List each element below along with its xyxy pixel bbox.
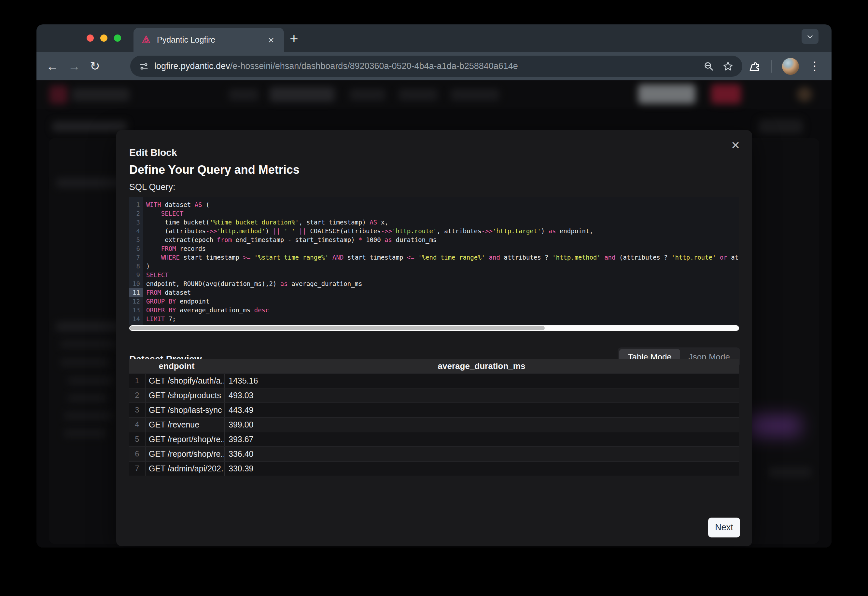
logfire-favicon-icon: [141, 35, 151, 45]
toolbar-divider: [771, 60, 772, 73]
column-header-endpoint: endpoint: [129, 361, 224, 371]
cell-endpoint: GET /shopify/auth/a...: [145, 374, 224, 388]
code-line: (attributes->>'http.method') || ' ' || C…: [146, 227, 739, 236]
cell-average-duration: 336.40: [224, 447, 739, 461]
code-line: ORDER BY average_duration_ms desc: [146, 306, 739, 314]
row-number: 4: [129, 420, 145, 429]
modal-subtitle: Define Your Query and Metrics: [129, 163, 300, 177]
sql-code-editor[interactable]: 1234567891011121314 WITH dataset AS ( SE…: [129, 197, 739, 325]
code-line: SELECT: [146, 209, 739, 218]
tab-title: Pydantic Logfire: [157, 35, 260, 44]
profile-chevron-button[interactable]: [801, 29, 819, 44]
row-number: 7: [129, 464, 145, 473]
table-row: 6GET /report/shop/re...336.40: [129, 446, 739, 461]
code-line: SELECT: [146, 271, 739, 279]
code-line: FROM records: [146, 244, 739, 253]
code-line: LIMIT 7;: [146, 314, 739, 323]
row-number: 6: [129, 450, 145, 458]
table-row: 1GET /shopify/auth/a...1435.16: [129, 373, 739, 388]
code-lines: WITH dataset AS ( SELECT time_bucket('%t…: [143, 197, 739, 325]
preview-table-body: 1GET /shopify/auth/a...1435.162GET /shop…: [129, 373, 739, 476]
line-number: 4: [129, 227, 143, 236]
cell-average-duration: 443.49: [224, 403, 739, 417]
code-line: endpoint, ROUND(avg(duration_ms),2) as a…: [146, 279, 739, 288]
cell-average-duration: 399.00: [224, 418, 739, 432]
code-line: GROUP BY endpoint: [146, 297, 739, 306]
cell-endpoint: GET /report/shop/re...: [145, 447, 224, 461]
chevron-down-icon: [806, 32, 814, 41]
edit-block-modal: × Edit Block Define Your Query and Metri…: [116, 130, 752, 546]
code-line: WITH dataset AS (: [146, 201, 739, 209]
zoom-out-icon[interactable]: [703, 61, 714, 72]
code-line: extract(epoch from end_timestamp - start…: [146, 236, 739, 244]
cell-average-duration: 330.39: [224, 462, 739, 476]
cell-endpoint: GET /shop/last-sync: [145, 403, 224, 417]
window-minimize-button[interactable]: [100, 34, 108, 42]
site-settings-tune-icon[interactable]: [139, 61, 149, 72]
extensions-puzzle-icon[interactable]: [749, 60, 762, 72]
profile-avatar[interactable]: [782, 58, 799, 75]
browser-tab-strip: Pydantic Logfire × +: [37, 24, 831, 52]
code-line: time_bucket('%time_bucket_duration%', st…: [146, 218, 739, 227]
table-row: 7GET /admin/api/202...330.39: [129, 461, 739, 476]
toolbar-right-cluster: ⋮: [749, 52, 831, 80]
line-number: 13: [129, 306, 143, 314]
line-number: 1: [129, 201, 143, 209]
scrollbar-thumb[interactable]: [130, 326, 545, 330]
line-number: 11: [129, 288, 143, 297]
table-row: 5GET /report/shop/re...393.67: [129, 432, 739, 446]
cell-average-duration: 393.67: [224, 432, 739, 446]
table-row: 3GET /shop/last-sync443.49: [129, 403, 739, 417]
line-number: 6: [129, 244, 143, 253]
code-line: ): [146, 262, 739, 271]
row-number: 1: [129, 376, 145, 385]
cell-endpoint: GET /shop/products: [145, 388, 224, 403]
preview-table-header: endpoint average_duration_ms: [129, 359, 739, 373]
line-number: 5: [129, 236, 143, 244]
window-close-button[interactable]: [87, 34, 94, 42]
line-number: 8: [129, 262, 143, 271]
table-row: 4GET /revenue399.00: [129, 417, 739, 432]
url-path: /e-hosseini/ehsan/dashboards/8920360a-05…: [230, 61, 518, 71]
cell-endpoint: GET /admin/api/202...: [145, 462, 224, 476]
new-tab-button[interactable]: +: [290, 32, 298, 46]
screenshot-root: Pydantic Logfire × + ← → ↻: [0, 0, 868, 596]
sql-query-label: SQL Query:: [129, 182, 176, 192]
table-row: 2GET /shop/products493.03: [129, 388, 739, 403]
code-line: WHERE start_timestamp >= '%start_time_ra…: [146, 253, 739, 262]
line-number: 3: [129, 218, 143, 227]
line-number: 10: [129, 279, 143, 288]
next-button[interactable]: Next: [708, 518, 740, 537]
browser-tab[interactable]: Pydantic Logfire ×: [133, 28, 284, 52]
line-number: 9: [129, 271, 143, 279]
cell-average-duration: 1435.16: [224, 374, 739, 388]
logfire-page: × Edit Block Define Your Query and Metri…: [37, 80, 831, 547]
cell-endpoint: GET /revenue: [145, 418, 224, 432]
code-gutter: 1234567891011121314: [129, 197, 143, 325]
line-number: 7: [129, 253, 143, 262]
bookmark-star-icon[interactable]: [722, 60, 734, 72]
preview-table: endpoint average_duration_ms 1GET /shopi…: [129, 359, 739, 476]
line-number: 12: [129, 297, 143, 306]
cell-average-duration: 493.03: [224, 388, 739, 403]
column-header-average-duration: average_duration_ms: [224, 361, 739, 371]
code-line: FROM dataset: [146, 288, 739, 297]
reload-button[interactable]: ↻: [90, 60, 100, 72]
row-number: 5: [129, 435, 145, 444]
row-number: 3: [129, 406, 145, 415]
line-number: 2: [129, 209, 143, 218]
url-domain: logfire.pydantic.dev: [154, 61, 230, 71]
url-bar[interactable]: logfire.pydantic.dev/e-hosseini/ehsan/da…: [130, 56, 742, 77]
tab-close-icon[interactable]: ×: [266, 35, 276, 45]
url-text[interactable]: logfire.pydantic.dev/e-hosseini/ehsan/da…: [154, 61, 695, 71]
back-button[interactable]: ←: [46, 60, 58, 72]
forward-button[interactable]: →: [68, 60, 80, 72]
window-zoom-button[interactable]: [114, 34, 121, 42]
browser-toolbar: ← → ↻ logfire.pydantic.dev/e-hosseini/eh…: [37, 52, 831, 80]
menu-kebab-icon[interactable]: ⋮: [809, 62, 821, 71]
editor-horizontal-scrollbar[interactable]: [129, 325, 739, 331]
cell-endpoint: GET /report/shop/re...: [145, 432, 224, 446]
line-number: 14: [129, 314, 143, 323]
modal-close-icon[interactable]: ×: [729, 135, 742, 155]
modal-title: Edit Block: [129, 147, 177, 158]
